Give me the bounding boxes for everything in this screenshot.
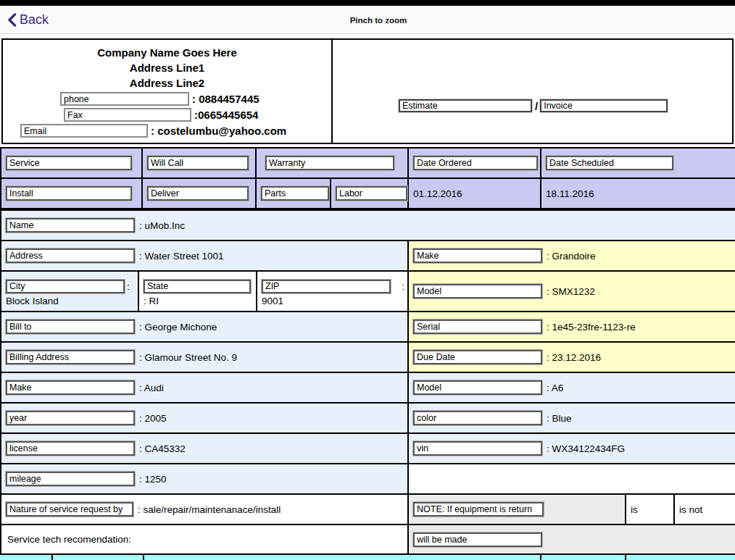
date-scheduled-field[interactable] xyxy=(546,156,673,170)
tech-recommendation-label: Service tech recomendation: xyxy=(7,534,407,545)
year-field[interactable] xyxy=(6,411,135,425)
invoice-preview-screen: Back Pinch to zoom Company Name Goes Her… xyxy=(0,0,735,560)
vehicle-make-field[interactable] xyxy=(6,380,135,395)
equipment-model-field[interactable] xyxy=(413,284,542,298)
invoice-field[interactable] xyxy=(540,99,668,112)
company-address-line1: Address Line1 xyxy=(3,62,331,74)
estimate-invoice-separator: / xyxy=(535,100,538,112)
license-vin-row: : CA45332 : WX34122434FG xyxy=(1,433,735,464)
phone-value: : 0884457445 xyxy=(192,93,259,105)
city-colon: : xyxy=(127,281,130,292)
color-field[interactable] xyxy=(413,411,542,425)
nature-of-service-field[interactable] xyxy=(6,502,133,517)
vehicle-make-model-row: : Audi : A6 xyxy=(1,372,735,403)
fax-field[interactable] xyxy=(64,108,191,122)
name-value: : uMob.Inc xyxy=(139,220,185,231)
nature-note-row: : sale/repair/maintenanace/install is is… xyxy=(1,494,735,525)
nature-of-service-value: : sale/repair/maintenanace/install xyxy=(138,504,281,515)
detail-table: : uMob.Inc : Water Street 1001 : Grandoi… xyxy=(0,209,735,555)
column-divider xyxy=(625,555,626,560)
is-not-label: is not xyxy=(679,504,735,515)
column-divider xyxy=(143,555,144,560)
license-field[interactable] xyxy=(6,441,135,456)
due-date-value: : 23.12.2016 xyxy=(547,352,601,363)
due-date-field[interactable] xyxy=(413,350,542,364)
zip-value: 9001 xyxy=(262,296,407,306)
equipment-model-value: : SMX1232 xyxy=(547,286,595,297)
chevron-left-icon xyxy=(7,13,17,27)
warranty-field[interactable] xyxy=(265,156,394,170)
year-color-row: : 2005 : Blue xyxy=(1,403,735,433)
will-call-cell xyxy=(142,148,256,178)
company-info-cell: Company Name Goes Here Address Line1 Add… xyxy=(3,40,331,143)
parts-cell xyxy=(256,178,331,209)
name-field[interactable] xyxy=(6,218,135,233)
bill-to-field[interactable] xyxy=(6,319,135,334)
state-field[interactable] xyxy=(144,280,251,293)
vin-value: : WX34122434FG xyxy=(547,443,625,454)
empty-cell xyxy=(408,464,735,494)
company-name: Company Name Goes Here xyxy=(3,46,331,59)
column-divider xyxy=(51,555,53,560)
phone-field[interactable] xyxy=(60,92,189,106)
date-ordered-value: 01.12.2016 xyxy=(409,188,540,199)
equipment-make-value: : Grandoire xyxy=(547,251,596,262)
back-button[interactable]: Back xyxy=(7,12,49,28)
date-ordered-field[interactable] xyxy=(413,156,538,170)
status-bar xyxy=(0,0,735,6)
deliver-cell xyxy=(142,178,256,209)
date-scheduled-value-cell: 18.11.2016 xyxy=(541,178,735,209)
labor-field[interactable] xyxy=(336,186,407,201)
mileage-row: : 1250 xyxy=(1,464,735,494)
warranty-cell xyxy=(256,148,408,178)
mileage-value: : 1250 xyxy=(139,474,167,485)
service-type-grid: 01.12.2016 18.11.2016 xyxy=(0,147,735,209)
back-label: Back xyxy=(20,12,49,28)
billing-address-field[interactable] xyxy=(6,350,135,364)
date-ordered-cell xyxy=(408,148,541,178)
date-scheduled-cell xyxy=(541,148,735,178)
will-call-field[interactable] xyxy=(147,156,249,170)
column-divider xyxy=(540,555,541,560)
state-value: : RI xyxy=(144,296,256,306)
serial-value: : 1e45-23fre-1123-re xyxy=(547,322,636,333)
date-ordered-value-cell: 01.12.2016 xyxy=(408,178,541,209)
color-value: : Blue xyxy=(547,413,572,424)
estimate-field[interactable] xyxy=(399,99,532,112)
billing-duedate-row: : Glamour Street No. 9 : 23.12.2016 xyxy=(1,342,735,372)
city-state-zip-row: : Block Island : RI : 9001 : SMX1232 xyxy=(1,271,735,312)
date-scheduled-value: 18.11.2016 xyxy=(541,188,735,199)
zip-field[interactable] xyxy=(262,280,391,293)
address-field[interactable] xyxy=(6,248,135,263)
parts-table-header-strip xyxy=(0,553,735,560)
bill-to-value: : George Michone xyxy=(139,322,217,333)
mileage-field[interactable] xyxy=(6,472,135,486)
address-value: : Water Street 1001 xyxy=(139,251,224,262)
zip-colon: : xyxy=(402,281,404,292)
service-field[interactable] xyxy=(6,156,132,170)
install-cell xyxy=(1,178,142,209)
install-field[interactable] xyxy=(6,186,132,201)
vin-field[interactable] xyxy=(413,441,542,456)
tech-recommendation-row: Service tech recomendation: xyxy=(1,525,735,554)
fax-value: :0665445654 xyxy=(194,109,258,121)
note-equipment-return-field[interactable] xyxy=(413,502,544,517)
company-address-line2: Address Line2 xyxy=(3,77,331,89)
license-value: : CA45332 xyxy=(139,443,186,454)
will-be-made-field[interactable] xyxy=(413,532,542,547)
billing-address-value: : Glamour Street No. 9 xyxy=(139,352,237,363)
labor-cell xyxy=(331,178,408,209)
email-field[interactable] xyxy=(20,124,148,138)
parts-field[interactable] xyxy=(261,186,329,201)
document-type-cell: / xyxy=(331,40,734,143)
vehicle-model-value: : A6 xyxy=(547,383,563,393)
deliver-field[interactable] xyxy=(147,186,249,201)
serial-field[interactable] xyxy=(413,319,542,334)
year-value: : 2005 xyxy=(139,413,167,424)
city-value: Block Island xyxy=(6,296,138,306)
billto-serial-row: : George Michone : 1e45-23fre-1123-re xyxy=(1,312,735,342)
vehicle-model-field[interactable] xyxy=(413,380,542,395)
name-row: : uMob.Inc xyxy=(1,210,735,241)
equipment-make-field[interactable] xyxy=(413,248,542,263)
city-field[interactable] xyxy=(6,280,125,293)
